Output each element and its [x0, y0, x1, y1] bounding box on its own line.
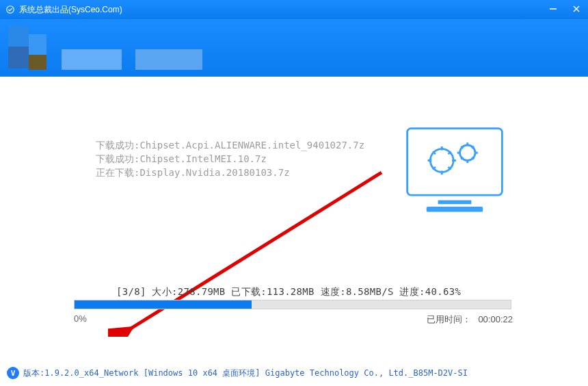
size-value: 278.79MB	[178, 286, 226, 297]
app-window: 系统总裁出品(SysCeo.Com) 下载成功:Chipset.Acpi.ALI…	[0, 0, 588, 386]
log-line: 下载成功:Chipset.Acpi.ALIENWARE.intel_940102…	[96, 138, 390, 152]
footer-text: 版本:1.9.2.0_x64_Network [Windows 10 x64 桌…	[23, 368, 468, 379]
close-button[interactable]	[569, 3, 584, 15]
downloaded-value: 113.28MB	[267, 286, 315, 297]
progress-label: 进度:	[399, 286, 425, 297]
svg-rect-6	[427, 207, 483, 212]
elapsed-label: 已用时间：	[427, 314, 471, 324]
version-badge-icon: V	[7, 367, 19, 379]
progress-bar	[74, 300, 511, 309]
computer-icon	[403, 125, 506, 220]
svg-point-0	[7, 6, 14, 14]
progress-left-label: 0%	[74, 313, 87, 324]
file-counter: [3/8]	[116, 286, 146, 297]
progress-value: 40.63%	[425, 286, 461, 297]
svg-rect-5	[438, 201, 472, 205]
annotation-arrow	[108, 166, 395, 337]
window-title: 系统总裁出品(SysCeo.Com)	[19, 4, 122, 16]
footer-bar: V 版本:1.9.2.0_x64_Network [Windows 10 x64…	[7, 367, 468, 379]
download-log: 下载成功:Chipset.Acpi.ALIENWARE.intel_940102…	[96, 138, 390, 179]
stats-line: [3/8] 大小:278.79MB 已下载:113.28MB 速度:8.58MB…	[116, 286, 461, 298]
svg-rect-4	[407, 129, 503, 196]
elapsed-time: 已用时间：00:00:22	[427, 313, 513, 326]
log-line: 正在下载:Display.Nvidia.20180103.7z	[96, 166, 390, 179]
speed-value: 8.58MB/S	[346, 286, 394, 297]
log-line: 下载成功:Chipset.IntelMEI.10.7z	[96, 152, 390, 166]
downloaded-label: 已下载:	[231, 286, 267, 297]
minimize-button[interactable]	[546, 3, 561, 15]
progress-fill	[75, 300, 252, 309]
elapsed-value: 00:00:22	[478, 314, 513, 324]
header-banner	[0, 19, 588, 77]
window-controls	[546, 3, 584, 15]
app-logo-icon	[5, 5, 15, 14]
blurred-artwork	[8, 26, 205, 70]
speed-label: 速度:	[321, 286, 346, 297]
titlebar: 系统总裁出品(SysCeo.Com)	[0, 0, 588, 19]
content-area: 下载成功:Chipset.Acpi.ALIENWARE.intel_940102…	[0, 77, 588, 359]
size-label: 大小:	[152, 286, 177, 297]
